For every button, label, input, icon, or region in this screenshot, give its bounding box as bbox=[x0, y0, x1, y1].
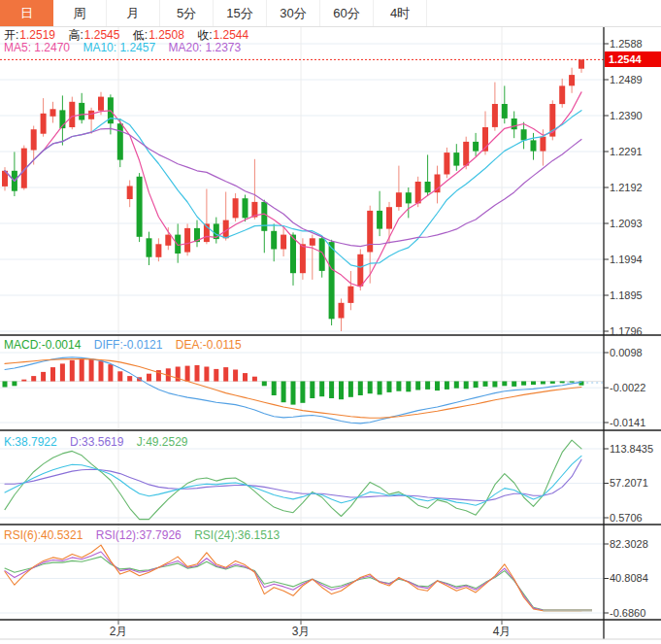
tab-5min[interactable]: 5分 bbox=[160, 0, 214, 26]
tab-day[interactable]: 日 bbox=[0, 0, 53, 26]
period-tabbar: 日周月5分15分30分60分4时 bbox=[0, 0, 661, 26]
tab-month[interactable]: 月 bbox=[107, 0, 160, 26]
tab-15min[interactable]: 15分 bbox=[214, 0, 267, 26]
price-chart-canvas[interactable] bbox=[0, 0, 661, 644]
tab-4hour[interactable]: 4时 bbox=[374, 0, 427, 26]
tab-week[interactable]: 周 bbox=[53, 0, 107, 26]
trading-chart-app: 日周月5分15分30分60分4时 开:1.2519 高:1.2545 低:1.2… bbox=[0, 0, 661, 644]
tab-30min[interactable]: 30分 bbox=[267, 0, 320, 26]
tab-60min[interactable]: 60分 bbox=[320, 0, 374, 26]
